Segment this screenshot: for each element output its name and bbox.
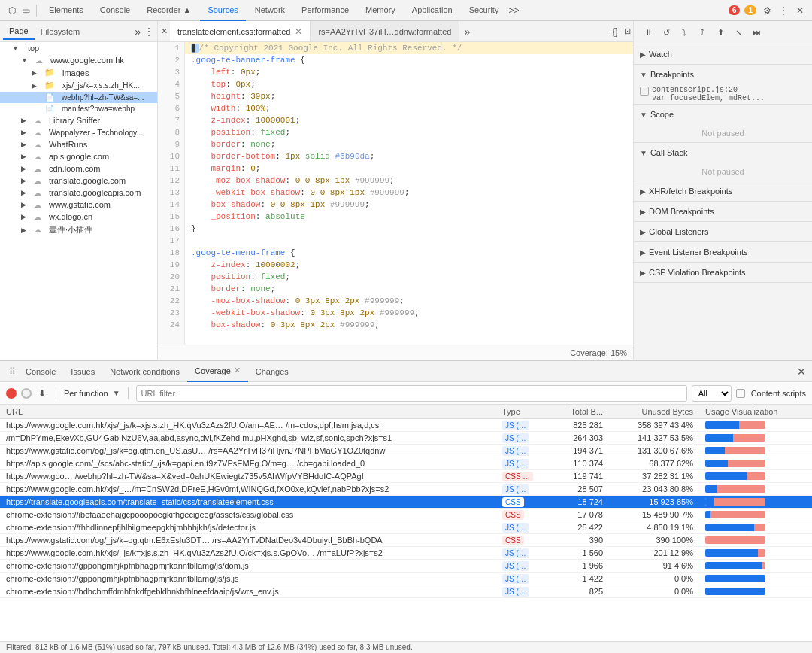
table-row[interactable]: chrome-extension://bdbcbmffdmhfnkdfgebld… xyxy=(0,585,812,598)
record-button[interactable] xyxy=(6,388,17,399)
tree-item-images[interactable]: ▶ 📁 images xyxy=(0,66,157,79)
step-into-btn[interactable]: ⤵ xyxy=(676,24,692,41)
table-row[interactable]: chrome-extension://fhhdlinnepfjhlhilgmee… xyxy=(0,521,812,534)
more-options-icon[interactable]: ⋮ xyxy=(777,5,789,17)
tab-console-bottom[interactable]: Console xyxy=(18,361,63,382)
coverage-table-container[interactable]: URL Type Total B... Unused Bytes Usage V… xyxy=(0,405,812,641)
bottom-panel-close[interactable]: ✕ xyxy=(797,366,806,378)
device-icon[interactable]: ▭ xyxy=(20,5,32,17)
table-row[interactable]: https://www.gstatic.com/og/_js/k=og.qtm.… xyxy=(0,534,812,547)
step-out-btn[interactable]: ⤴ xyxy=(694,24,710,41)
editor-tab-close[interactable]: ✕ xyxy=(295,26,302,37)
tree-item-library-sniffer[interactable]: ▶ ☁ Library Sniffer xyxy=(0,114,157,126)
breakpoints-header[interactable]: ▼ Breakpoints xyxy=(634,65,812,84)
tree-item-wxqlogo[interactable]: ▶ ☁ wx.qlogo.cn xyxy=(0,211,157,223)
dom-header[interactable]: ▶ DOM Breakpoints xyxy=(634,202,812,221)
tab-changes[interactable]: Changes xyxy=(248,361,296,382)
code-editor[interactable]: ▌/* Copyright 2021 Google Inc. All Right… xyxy=(185,42,633,345)
col-url[interactable]: URL xyxy=(0,405,496,419)
content-scripts-label[interactable]: Content scripts xyxy=(736,389,806,398)
content-scripts-checkbox[interactable] xyxy=(736,389,745,398)
table-row[interactable]: https://apis.google.com/_/scs/abc-static… xyxy=(0,457,812,470)
table-row[interactable]: https://translate.googleapis.com/transla… xyxy=(0,496,812,509)
table-row[interactable]: chrome-extension://gppongmhjkpfnbhagpmjf… xyxy=(0,560,812,573)
tab-memory[interactable]: Memory xyxy=(358,0,403,21)
table-row[interactable]: chrome-extension://ibefaaeehajgcpooopoeg… xyxy=(0,509,812,521)
deactivate-btn[interactable]: ↘ xyxy=(730,24,747,41)
event-listener-header[interactable]: ▶ Event Listener Breakpoints xyxy=(634,242,812,262)
editor-close-icon[interactable]: ✕ xyxy=(158,26,170,38)
tab-issues[interactable]: Issues xyxy=(63,361,102,382)
table-row[interactable]: https://www.gstatic.com/og/_js/k=og.qtm.… xyxy=(0,445,812,457)
watch-header[interactable]: ▶ Watch xyxy=(634,44,812,64)
editor-tab-rs[interactable]: rs=AA2YrTvH37iH…qdnw:formatted xyxy=(311,21,459,42)
col-unused[interactable]: Unused Bytes xyxy=(609,405,699,419)
type-filter-select[interactable]: All CSS JS xyxy=(692,385,732,402)
tree-item-webhp[interactable]: 📄 webhp?hl=zh-TW&sa=... xyxy=(0,92,157,103)
pretty-print-icon[interactable]: ⊡ xyxy=(621,26,633,38)
tab-coverage-close[interactable]: ✕ xyxy=(234,366,241,375)
settings-icon[interactable]: ⚙ xyxy=(761,5,773,17)
col-type[interactable]: Type xyxy=(496,405,549,419)
callstack-header[interactable]: ▼ Call Stack xyxy=(634,143,812,162)
url-filter-input[interactable] xyxy=(136,385,687,402)
code-area[interactable]: 1 2 3 4 5 6 7 8 9 10 11 12 13 14 15 16 1… xyxy=(158,42,633,345)
global-listeners-header[interactable]: ▶ Global Listeners xyxy=(634,222,812,241)
tree-item-manifest[interactable]: 📄 manifest?pwa=webhp xyxy=(0,103,157,114)
tree-item-apis-google[interactable]: ▶ ☁ apis.google.com xyxy=(0,150,157,162)
callstack-not-paused: Not paused xyxy=(634,162,812,181)
export-button[interactable]: ⬇ xyxy=(36,387,48,399)
tab-application[interactable]: Application xyxy=(404,0,460,21)
tree-item-gstatic[interactable]: ▶ ☁ www.gstatic.com xyxy=(0,199,157,211)
inspect-icon[interactable]: ⬡ xyxy=(6,5,18,17)
tab-console[interactable]: Console xyxy=(92,0,138,21)
tree-item-cdn-loom[interactable]: ▶ ☁ cdn.loom.com xyxy=(0,162,157,175)
xhr-header[interactable]: ▶ XHR/fetch Breakpoints xyxy=(634,181,812,201)
bottom-drag-icon[interactable]: ⠿ xyxy=(6,366,18,378)
tab-performance[interactable]: Performance xyxy=(294,0,356,21)
step-over-btn[interactable]: ↺ xyxy=(658,24,674,41)
breakpoint-file: contentscript.js:20 xyxy=(652,86,765,94)
table-row[interactable]: https://www.goo… /webhp?hl=zh-TW&sa=X&ve… xyxy=(0,470,812,483)
scope-header[interactable]: ▼ Scope xyxy=(634,105,812,124)
col-total[interactable]: Total B... xyxy=(549,405,609,419)
table-row[interactable]: https://www.google.com.hk/xjs/_…/m=CnSW2… xyxy=(0,483,812,496)
tree-item-wappalyzer[interactable]: ▶ ☁ Wappalyzer - Technology... xyxy=(0,126,157,138)
tree-item-xjs[interactable]: ▶ 📁 xjs/_js/k=xjs.s.zh_HK... xyxy=(0,79,157,92)
table-row[interactable]: https://www.google.com.hk/xjs/_js/k=xjs.… xyxy=(0,419,812,432)
tab-network-conditions[interactable]: Network conditions xyxy=(102,361,187,382)
tab-elements[interactable]: Elements xyxy=(41,0,91,21)
tab-coverage[interactable]: Coverage ✕ xyxy=(187,361,248,382)
pause-btn[interactable]: ⏸ xyxy=(640,24,656,41)
tree-item-yijian[interactable]: ▶ ☁ 壹件·小插件 xyxy=(0,223,157,237)
editor-tab-translateelement[interactable]: translateelement.css:formatted ✕ xyxy=(170,21,311,42)
settings-btn[interactable]: ⏭ xyxy=(748,24,765,41)
scope-label: Scope xyxy=(650,110,674,119)
panel-more-btn[interactable]: » xyxy=(135,26,141,38)
more-tabs-btn[interactable]: » xyxy=(459,26,474,38)
table-row[interactable]: /m=DhPYme,EkevXb,GU4Gab,NzU6V,aa,abd,asy… xyxy=(0,432,812,445)
per-function-dropdown[interactable]: ▼ xyxy=(113,389,120,397)
tree-item-google[interactable]: ▼ ☁ www.google.com.hk xyxy=(0,54,157,66)
tree-item-top[interactable]: ▼ top xyxy=(0,42,157,54)
tree-item-whatruns[interactable]: ▶ ☁ WhatRuns xyxy=(0,138,157,150)
tree-item-translate-google[interactable]: ▶ ☁ translate.google.com xyxy=(0,175,157,187)
tab-security[interactable]: Security xyxy=(462,0,507,21)
step-btn[interactable]: ⬆ xyxy=(712,24,729,41)
close-icon[interactable]: ✕ xyxy=(794,5,806,17)
more-tabs-icon[interactable]: >> xyxy=(508,5,520,17)
tab-filesystem[interactable]: Filesystem xyxy=(35,24,86,39)
table-row[interactable]: chrome-extension://gppongmhjkpfnbhagpmjf… xyxy=(0,573,812,585)
panel-menu-btn[interactable]: ⋮ xyxy=(144,26,154,38)
tab-network[interactable]: Network xyxy=(247,0,292,21)
csp-header[interactable]: ▶ CSP Violation Breakpoints xyxy=(634,263,812,282)
col-visualization[interactable]: Usage Visualization xyxy=(699,405,812,419)
table-row[interactable]: https://www.google.com.hk/xjs/_js/k=xjs.… xyxy=(0,547,812,560)
tab-recorder[interactable]: Recorder ▲ xyxy=(139,0,198,21)
tree-item-translate-googleapi[interactable]: ▶ ☁ translate.googleapis.com xyxy=(0,187,157,199)
format-icon[interactable]: {} xyxy=(609,26,621,38)
tab-sources[interactable]: Sources xyxy=(200,0,245,21)
breakpoint-checkbox[interactable] xyxy=(640,87,649,96)
tab-page[interactable]: Page xyxy=(3,23,35,40)
clear-button[interactable] xyxy=(21,388,32,399)
